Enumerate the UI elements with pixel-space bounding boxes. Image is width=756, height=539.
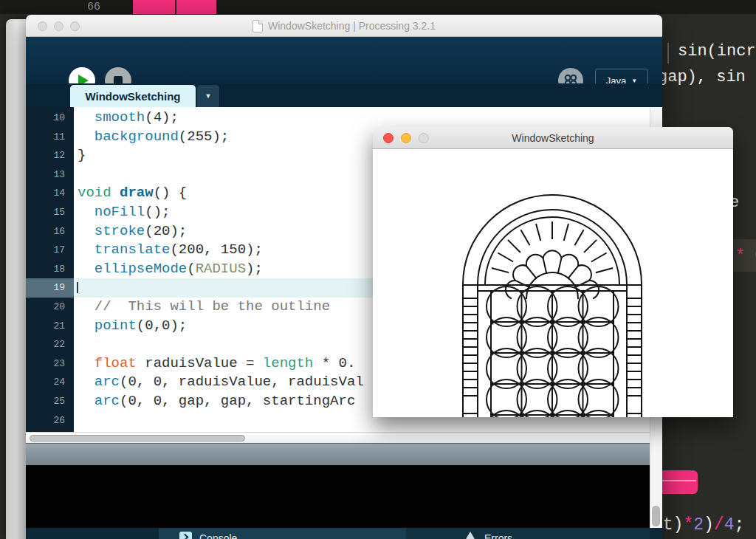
background-line-number: 66 xyxy=(87,1,100,13)
tab-windowsketching[interactable]: WindowSketching xyxy=(70,85,196,107)
minimap-highlight-block xyxy=(133,0,175,14)
message-bar xyxy=(26,443,662,465)
line-number: 23 xyxy=(26,354,65,374)
background-code-line: gap), sin xyxy=(658,68,746,86)
console-output[interactable] xyxy=(26,465,650,528)
minimap-highlight-block xyxy=(659,470,698,494)
vertical-scrollbar-thumb[interactable] xyxy=(652,506,660,526)
line-number: 25 xyxy=(26,392,65,411)
code-text: smooth(4); xyxy=(78,109,179,128)
bg-code-number: 2 xyxy=(693,515,704,535)
sketch-canvas xyxy=(373,149,733,417)
code-text: noFill(); xyxy=(78,203,170,222)
tab-menu-button[interactable]: ▼ xyxy=(197,85,219,107)
code-text: arc(0, 0, raduisValue, raduisVal xyxy=(78,373,364,392)
line-number: 22 xyxy=(26,335,65,354)
bg-code-operator: * xyxy=(735,247,745,265)
desktop: 66 sin(incr gap), sin e * * 0 et)*2)/4; … xyxy=(0,0,756,539)
code-text: translate(200, 150); xyxy=(78,241,263,260)
line-number: 12 xyxy=(26,146,65,165)
bottom-tab-bar: Console Errors xyxy=(26,528,662,539)
line-number: 10 xyxy=(26,109,65,128)
background-cursor-bar xyxy=(667,43,669,63)
ide-toolbar: Java ▼ xyxy=(26,37,662,83)
minimap-highlight-line xyxy=(661,480,696,481)
code-text: point(0,0); xyxy=(78,317,187,336)
bg-code-text: ; xyxy=(734,515,744,535)
errors-tab-label: Errors xyxy=(484,532,512,539)
document-icon xyxy=(252,20,263,32)
background-code-line: et)*2)/4; xyxy=(653,515,744,535)
bg-code-number: 4 xyxy=(724,515,735,535)
line-number: 18 xyxy=(26,260,65,279)
sketch-titlebar[interactable]: WindowSketching xyxy=(373,127,733,149)
code-line[interactable]: 10 smooth(4); xyxy=(26,109,662,128)
warning-triangle-icon xyxy=(464,532,477,539)
line-number: 13 xyxy=(26,165,65,185)
console-icon xyxy=(179,532,192,539)
bg-code-operator: / xyxy=(714,515,724,535)
background-code-line: sin(incr xyxy=(678,42,756,61)
background-window-edge xyxy=(6,19,26,539)
background-code-line: * 0 xyxy=(735,247,756,265)
tab-errors[interactable]: Errors xyxy=(406,528,650,539)
console-tab-label: Console xyxy=(199,532,237,539)
line-number: 20 xyxy=(26,298,65,317)
line-number: 19 xyxy=(26,278,65,298)
code-text: background(255); xyxy=(78,128,229,147)
ide-window-title: WindowSketching | Processing 3.2.1 xyxy=(268,20,436,32)
chevron-down-icon: ▼ xyxy=(205,92,212,100)
line-number: 16 xyxy=(26,222,65,241)
code-text: ellipseMode(RADIUS); xyxy=(78,260,263,279)
arched-window-drawing xyxy=(373,149,733,417)
line-number: 11 xyxy=(26,128,65,147)
bg-code-text: ) xyxy=(704,515,714,535)
horizontal-scrollbar[interactable] xyxy=(26,432,662,443)
line-number: 14 xyxy=(26,184,65,203)
line-number: 17 xyxy=(26,241,65,260)
line-number: 24 xyxy=(26,373,65,392)
line-number: 26 xyxy=(26,411,65,430)
background-top-bar: 66 xyxy=(0,0,756,14)
ide-titlebar[interactable]: WindowSketching | Processing 3.2.1 xyxy=(26,15,662,37)
code-text: // This will be the outline xyxy=(78,298,330,317)
code-text: void draw() { xyxy=(78,184,187,203)
horizontal-scrollbar-thumb[interactable] xyxy=(30,435,245,442)
code-text: float raduisValue = length * 0. xyxy=(78,354,355,374)
code-text: } xyxy=(78,146,86,165)
sketch-window-title: WindowSketching xyxy=(512,132,594,144)
text-caret xyxy=(77,282,78,293)
sketch-tab-bar: WindowSketching ▼ xyxy=(26,83,662,107)
code-text: stroke(20); xyxy=(78,222,187,241)
bg-code-operator: * xyxy=(683,515,693,535)
line-number: 15 xyxy=(26,203,65,222)
minimap-highlight-block xyxy=(176,0,216,14)
tab-console[interactable]: Console xyxy=(159,528,406,539)
sketch-output-window: WindowSketching xyxy=(373,127,733,417)
background-code-line: e * xyxy=(729,193,756,212)
line-number: 21 xyxy=(26,317,65,336)
code-text: arc(0, 0, gap, gap, startingArc xyxy=(78,392,355,411)
